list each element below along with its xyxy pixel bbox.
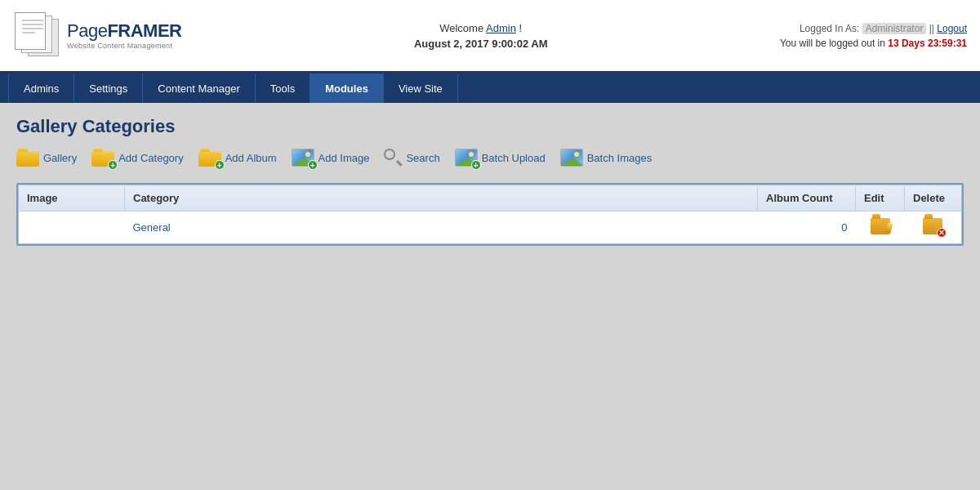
toolbar-add-category[interactable]: + Add Category: [91, 149, 184, 167]
toolbar-batch-images[interactable]: Batch Images: [560, 149, 653, 167]
nav-item-settings[interactable]: Settings: [74, 74, 143, 103]
toolbar-add-image[interactable]: + Add Image: [292, 149, 370, 167]
add-album-icon: +: [198, 149, 221, 167]
logout-row: Logged In As: Administrator || Logout: [780, 23, 967, 34]
toolbar-batch-upload-label: Batch Upload: [482, 152, 546, 164]
delete-button[interactable]: ✕: [923, 218, 942, 234]
add-category-plus-icon: +: [108, 160, 118, 170]
edit-folder-icon: [871, 218, 890, 234]
brand-tagline: Website Content Management: [67, 42, 182, 50]
cell-delete: ✕: [905, 212, 962, 244]
toolbar: Gallery + Add Category + Add Album: [16, 149, 964, 167]
welcome-area: Welcome Admin ! August 2, 2017 9:00:02 A…: [414, 22, 548, 50]
cell-album-count: 0: [758, 212, 856, 244]
toolbar-gallery[interactable]: Gallery: [16, 149, 77, 167]
batch-upload-icon: +: [455, 149, 478, 167]
navbar: Admins Settings Content Manager Tools Mo…: [0, 74, 980, 103]
cell-category: General: [125, 212, 758, 244]
edit-pencil-icon: [885, 222, 893, 233]
col-header-delete: Delete: [905, 185, 962, 212]
batch-upload-plus-icon: +: [471, 160, 481, 170]
nav-item-modules[interactable]: Modules: [310, 74, 384, 103]
nav-item-tools[interactable]: Tools: [256, 74, 310, 103]
category-link[interactable]: General: [133, 221, 171, 234]
logo-icon: [13, 16, 62, 56]
login-area: Logged In As: Administrator || Logout Yo…: [780, 23, 967, 49]
page-title: Gallery Categories: [16, 116, 964, 137]
logout-link[interactable]: Logout: [937, 23, 967, 34]
brand-text: PageFRAMER Website Content Management: [67, 21, 182, 49]
album-count-link[interactable]: 0: [841, 221, 847, 234]
toolbar-add-image-label: Add Image: [318, 152, 370, 164]
edit-button[interactable]: [871, 218, 890, 234]
batch-images-icon: [560, 149, 583, 167]
cell-image: [19, 212, 125, 244]
col-header-image: Image: [19, 185, 125, 212]
logo-area: PageFRAMER Website Content Management: [13, 16, 182, 56]
toolbar-search-label: Search: [406, 152, 439, 164]
add-category-icon: +: [91, 149, 114, 167]
nav-item-admins[interactable]: Admins: [8, 74, 74, 103]
toolbar-gallery-label: Gallery: [43, 152, 77, 164]
session-row: You will be logged out in 13 Days 23:59:…: [780, 38, 967, 49]
toolbar-batch-images-label: Batch Images: [587, 152, 653, 164]
add-album-plus-icon: +: [215, 160, 225, 170]
col-header-edit: Edit: [856, 185, 905, 212]
brand-name: PageFRAMER: [67, 21, 182, 41]
main-content: Gallery Categories Gallery + Add Categor…: [0, 103, 980, 259]
welcome-text: Welcome Admin !: [414, 22, 548, 34]
nav-item-view-site[interactable]: View Site: [384, 74, 458, 103]
toolbar-search[interactable]: Search: [384, 149, 439, 167]
cell-edit: [856, 212, 905, 244]
toolbar-add-category-label: Add Category: [118, 152, 184, 164]
session-time: 13 Days 23:59:31: [888, 38, 967, 49]
col-header-album-count: Album Count: [758, 185, 856, 212]
toolbar-add-album-label: Add Album: [225, 152, 277, 164]
welcome-user-link[interactable]: Admin: [486, 22, 516, 34]
nav-item-content-manager[interactable]: Content Manager: [143, 74, 255, 103]
search-icon: [384, 149, 402, 167]
toolbar-batch-upload[interactable]: + Batch Upload: [455, 149, 546, 167]
toolbar-add-album[interactable]: + Add Album: [198, 149, 277, 167]
delete-folder-icon: ✕: [923, 218, 942, 234]
table-row: General 0: [19, 212, 962, 244]
header: PageFRAMER Website Content Management We…: [0, 0, 980, 74]
logged-in-user: Administrator: [862, 23, 927, 34]
delete-x-icon: ✕: [937, 228, 947, 238]
add-image-plus-icon: +: [308, 160, 318, 170]
table-header-row: Image Category Album Count Edit Delete: [19, 185, 962, 212]
table-container: Image Category Album Count Edit Delete G…: [16, 183, 964, 246]
add-image-icon: +: [292, 149, 314, 167]
col-header-category: Category: [125, 185, 758, 212]
gallery-folder-icon: [16, 149, 39, 167]
data-table: Image Category Album Count Edit Delete G…: [18, 185, 962, 244]
datetime: August 2, 2017 9:00:02 AM: [414, 38, 548, 50]
